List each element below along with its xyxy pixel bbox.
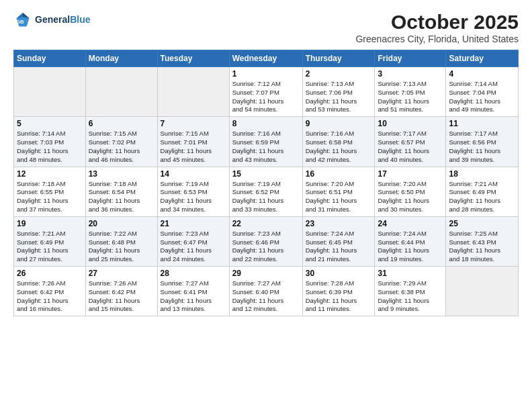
day-number: 28 — [161, 269, 226, 278]
day-number: 15 — [232, 169, 300, 179]
month-title: October 2025 — [355, 11, 519, 34]
table-row — [85, 67, 157, 117]
header: GB GeneralBlue October 2025 Greenacres C… — [13, 11, 519, 44]
day-number: 31 — [378, 269, 443, 278]
calendar-table: Sunday Monday Tuesday Wednesday Thursday… — [13, 50, 519, 316]
day-info: Sunrise: 7:22 AMSunset: 6:48 PMDaylight:… — [89, 230, 154, 264]
day-info: Sunrise: 7:16 AMSunset: 6:58 PMDaylight:… — [306, 130, 372, 164]
day-info: Sunrise: 7:26 AMSunset: 6:42 PMDaylight:… — [17, 279, 83, 314]
table-row: 5Sunrise: 7:14 AMSunset: 7:03 PMDaylight… — [14, 117, 86, 167]
table-row: 14Sunrise: 7:19 AMSunset: 6:53 PMDayligh… — [157, 167, 229, 216]
day-number: 14 — [161, 169, 226, 179]
day-number: 2 — [306, 69, 372, 79]
day-number: 24 — [378, 219, 443, 228]
table-row — [157, 67, 229, 117]
table-row: 1Sunrise: 7:12 AMSunset: 7:07 PMDaylight… — [229, 67, 302, 117]
day-info: Sunrise: 7:21 AMSunset: 6:49 PMDaylight:… — [17, 230, 83, 264]
day-info: Sunrise: 7:17 AMSunset: 6:57 PMDaylight:… — [378, 130, 443, 164]
day-number: 22 — [232, 219, 300, 228]
day-info: Sunrise: 7:28 AMSunset: 6:39 PMDaylight:… — [306, 279, 372, 314]
table-row: 11Sunrise: 7:17 AMSunset: 6:56 PMDayligh… — [446, 117, 519, 167]
table-row: 12Sunrise: 7:18 AMSunset: 6:55 PMDayligh… — [14, 167, 86, 216]
table-row: 7Sunrise: 7:15 AMSunset: 7:01 PMDaylight… — [157, 117, 229, 167]
table-row: 9Sunrise: 7:16 AMSunset: 6:58 PMDaylight… — [302, 117, 375, 167]
table-row: 23Sunrise: 7:24 AMSunset: 6:45 PMDayligh… — [302, 216, 375, 266]
header-sunday: Sunday — [14, 50, 86, 67]
day-number: 19 — [17, 219, 83, 228]
weekday-header-row: Sunday Monday Tuesday Wednesday Thursday… — [14, 50, 519, 67]
day-number: 17 — [378, 169, 443, 179]
table-row: 27Sunrise: 7:26 AMSunset: 6:42 PMDayligh… — [85, 267, 157, 316]
table-row: 16Sunrise: 7:20 AMSunset: 6:51 PMDayligh… — [302, 167, 375, 216]
table-row: 3Sunrise: 7:13 AMSunset: 7:05 PMDaylight… — [375, 67, 446, 117]
day-number: 6 — [89, 119, 154, 128]
logo-line1: GeneralBlue — [35, 15, 90, 25]
table-row: 22Sunrise: 7:23 AMSunset: 6:46 PMDayligh… — [229, 216, 302, 266]
day-info: Sunrise: 7:16 AMSunset: 6:59 PMDaylight:… — [232, 130, 300, 164]
day-info: Sunrise: 7:13 AMSunset: 7:05 PMDaylight:… — [378, 80, 443, 114]
day-number: 7 — [161, 119, 226, 128]
table-row — [14, 67, 86, 117]
day-number: 1 — [232, 69, 300, 79]
day-number: 5 — [17, 119, 83, 128]
table-row: 21Sunrise: 7:23 AMSunset: 6:47 PMDayligh… — [157, 216, 229, 266]
table-row: 31Sunrise: 7:29 AMSunset: 6:38 PMDayligh… — [375, 267, 446, 316]
table-row: 17Sunrise: 7:20 AMSunset: 6:50 PMDayligh… — [375, 167, 446, 216]
location-title: Greenacres City, Florida, United States — [355, 34, 519, 44]
calendar-week-row: 12Sunrise: 7:18 AMSunset: 6:55 PMDayligh… — [14, 167, 519, 216]
day-info: Sunrise: 7:13 AMSunset: 7:06 PMDaylight:… — [306, 80, 372, 114]
day-number: 13 — [89, 169, 154, 179]
day-number: 10 — [378, 119, 443, 128]
day-info: Sunrise: 7:19 AMSunset: 6:52 PMDaylight:… — [232, 180, 300, 214]
header-friday: Friday — [375, 50, 446, 67]
day-number: 9 — [306, 119, 372, 128]
day-number: 20 — [89, 219, 154, 228]
day-info: Sunrise: 7:24 AMSunset: 6:44 PMDaylight:… — [378, 230, 443, 264]
day-info: Sunrise: 7:24 AMSunset: 6:45 PMDaylight:… — [306, 230, 372, 264]
day-info: Sunrise: 7:29 AMSunset: 6:38 PMDaylight:… — [378, 279, 443, 314]
day-number: 4 — [449, 69, 515, 79]
calendar-week-row: 1Sunrise: 7:12 AMSunset: 7:07 PMDaylight… — [14, 67, 519, 117]
day-number: 25 — [449, 219, 515, 228]
table-row: 30Sunrise: 7:28 AMSunset: 6:39 PMDayligh… — [302, 267, 375, 316]
day-number: 8 — [232, 119, 300, 128]
day-number: 12 — [17, 169, 83, 179]
table-row: 6Sunrise: 7:15 AMSunset: 7:02 PMDaylight… — [85, 117, 157, 167]
day-number: 29 — [232, 269, 300, 278]
day-info: Sunrise: 7:23 AMSunset: 6:46 PMDaylight:… — [232, 230, 300, 264]
day-number: 21 — [161, 219, 226, 228]
day-info: Sunrise: 7:25 AMSunset: 6:43 PMDaylight:… — [449, 230, 515, 264]
logo: GB GeneralBlue — [13, 11, 90, 30]
day-info: Sunrise: 7:26 AMSunset: 6:42 PMDaylight:… — [89, 279, 154, 314]
day-info: Sunrise: 7:17 AMSunset: 6:56 PMDaylight:… — [449, 130, 515, 164]
table-row: 18Sunrise: 7:21 AMSunset: 6:49 PMDayligh… — [446, 167, 519, 216]
day-info: Sunrise: 7:20 AMSunset: 6:50 PMDaylight:… — [378, 180, 443, 214]
table-row: 29Sunrise: 7:27 AMSunset: 6:40 PMDayligh… — [229, 267, 302, 316]
day-info: Sunrise: 7:27 AMSunset: 6:41 PMDaylight:… — [161, 279, 226, 314]
day-info: Sunrise: 7:12 AMSunset: 7:07 PMDaylight:… — [232, 80, 300, 114]
day-number: 27 — [89, 269, 154, 278]
table-row: 4Sunrise: 7:14 AMSunset: 7:04 PMDaylight… — [446, 67, 519, 117]
table-row: 26Sunrise: 7:26 AMSunset: 6:42 PMDayligh… — [14, 267, 86, 316]
calendar-week-row: 26Sunrise: 7:26 AMSunset: 6:42 PMDayligh… — [14, 267, 519, 316]
svg-text:GB: GB — [16, 19, 24, 25]
day-info: Sunrise: 7:15 AMSunset: 7:01 PMDaylight:… — [161, 130, 226, 164]
day-info: Sunrise: 7:20 AMSunset: 6:51 PMDaylight:… — [306, 180, 372, 214]
day-info: Sunrise: 7:14 AMSunset: 7:03 PMDaylight:… — [17, 130, 83, 164]
table-row: 8Sunrise: 7:16 AMSunset: 6:59 PMDaylight… — [229, 117, 302, 167]
table-row — [446, 267, 519, 316]
day-info: Sunrise: 7:15 AMSunset: 7:02 PMDaylight:… — [89, 130, 154, 164]
day-number: 3 — [378, 69, 443, 79]
header-monday: Monday — [85, 50, 157, 67]
day-info: Sunrise: 7:18 AMSunset: 6:54 PMDaylight:… — [89, 180, 154, 214]
table-row: 2Sunrise: 7:13 AMSunset: 7:06 PMDaylight… — [302, 67, 375, 117]
title-block: October 2025 Greenacres City, Florida, U… — [355, 11, 519, 44]
day-number: 30 — [306, 269, 372, 278]
table-row: 25Sunrise: 7:25 AMSunset: 6:43 PMDayligh… — [446, 216, 519, 266]
table-row: 19Sunrise: 7:21 AMSunset: 6:49 PMDayligh… — [14, 216, 86, 266]
header-wednesday: Wednesday — [229, 50, 302, 67]
header-thursday: Thursday — [302, 50, 375, 67]
table-row: 24Sunrise: 7:24 AMSunset: 6:44 PMDayligh… — [375, 216, 446, 266]
header-saturday: Saturday — [446, 50, 519, 67]
calendar-week-row: 5Sunrise: 7:14 AMSunset: 7:03 PMDaylight… — [14, 117, 519, 167]
